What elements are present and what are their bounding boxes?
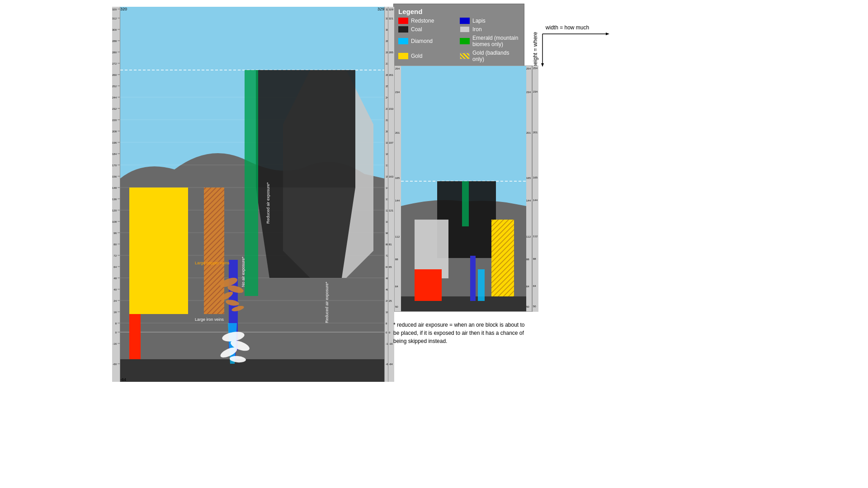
- svg-text:260: 260: [112, 74, 117, 76]
- legend-item-gold-badlands: Gold (badlands only): [460, 50, 519, 62]
- svg-text:144: 144: [395, 199, 400, 202]
- legend-item-diamond: Diamond: [398, 35, 458, 47]
- svg-text:280: 280: [112, 51, 117, 54]
- svg-text:-60: -60: [113, 363, 117, 366]
- svg-text:208: 208: [112, 130, 117, 133]
- top-label: 320: [120, 7, 127, 11]
- svg-text:201: 201: [395, 131, 400, 134]
- svg-text:184: 184: [112, 153, 117, 155]
- svg-text:Large copper veins: Large copper veins: [195, 261, 230, 265]
- top-right-label: 329: [377, 7, 384, 11]
- svg-text:197: 197: [389, 141, 394, 144]
- coal-color: [398, 26, 408, 33]
- svg-marker-121: [256, 188, 355, 278]
- chart-svg: Reduced air exposure* No air exposure* R…: [120, 7, 384, 382]
- svg-text:165: 165: [395, 177, 400, 179]
- svg-marker-126: [204, 188, 224, 314]
- svg-text:234: 234: [526, 91, 531, 94]
- svg-text:48: 48: [113, 277, 117, 280]
- svg-text:312: 312: [112, 17, 117, 20]
- comparison-svg: [401, 66, 526, 312]
- svg-text:300: 300: [112, 28, 117, 31]
- svg-text:272: 272: [112, 62, 117, 65]
- lapis-color: [460, 18, 470, 24]
- svg-text:234: 234: [533, 90, 538, 93]
- svg-text:320: 320: [112, 8, 117, 11]
- svg-text:Large iron veins: Large iron veins: [195, 317, 224, 322]
- svg-text:Reduced air exposure*: Reduced air exposure*: [266, 182, 270, 224]
- svg-text:64: 64: [395, 285, 398, 288]
- comp-ruler-right: 254 234 201 165 144 112 88 64 50: [525, 66, 532, 311]
- gold-color: [398, 53, 408, 59]
- svg-text:201: 201: [533, 131, 538, 134]
- svg-text:196: 196: [112, 141, 117, 144]
- svg-text:64: 64: [526, 285, 529, 288]
- svg-rect-192: [470, 256, 476, 301]
- svg-text:-16: -16: [389, 343, 393, 345]
- emerald-color: [460, 38, 470, 44]
- svg-text:252: 252: [112, 85, 117, 88]
- svg-text:232: 232: [112, 108, 117, 110]
- svg-text:50: 50: [526, 305, 529, 308]
- svg-text:254: 254: [533, 67, 538, 70]
- svg-text:220: 220: [112, 119, 117, 122]
- svg-text:80: 80: [113, 243, 117, 246]
- comparison-chart-area: [401, 66, 526, 312]
- svg-text:254: 254: [395, 67, 400, 70]
- comparison-panel: 254 234 201 165 144 112 88 64 50 254 234…: [394, 66, 532, 312]
- svg-marker-1: [606, 33, 609, 35]
- legend-item-gold: Gold: [398, 50, 458, 62]
- svg-text:height = where: height = where: [532, 32, 538, 67]
- gold-badlands-color: [460, 53, 470, 59]
- coal-label: Coal: [411, 26, 422, 33]
- gold-label: Gold: [411, 53, 422, 59]
- svg-text:233: 233: [389, 108, 394, 110]
- svg-text:136: 136: [112, 198, 117, 201]
- svg-text:88: 88: [526, 258, 529, 261]
- svg-text:50: 50: [533, 305, 536, 308]
- redstone-color: [398, 18, 408, 24]
- svg-text:201: 201: [526, 131, 531, 134]
- svg-text:-64: -64: [389, 363, 393, 366]
- iron-color: [460, 26, 470, 33]
- legend-title: Legend: [398, 8, 519, 15]
- lapis-label: Lapis: [472, 18, 486, 24]
- legend-item-iron: Iron: [460, 26, 519, 33]
- svg-rect-122: [245, 70, 258, 296]
- main-chart-area: 320 329 -64: [120, 7, 384, 382]
- svg-text:288: 288: [112, 40, 117, 42]
- svg-text:Reduced air exposure*: Reduced air exposure*: [325, 282, 329, 323]
- legend-item-redstone: Redstone: [398, 18, 458, 24]
- iron-label: Iron: [472, 26, 482, 33]
- svg-text:108: 108: [112, 221, 117, 223]
- svg-text:88: 88: [533, 258, 536, 260]
- svg-text:81: 81: [389, 243, 392, 246]
- legend-item-emerald: Emerald (mountain biomes only): [460, 35, 519, 47]
- svg-text:40: 40: [113, 288, 117, 291]
- svg-text:65: 65: [389, 266, 392, 268]
- svg-rect-191: [478, 269, 485, 301]
- legend-item-coal: Coal: [398, 26, 458, 33]
- svg-text:72: 72: [113, 254, 117, 257]
- svg-rect-190: [415, 269, 442, 301]
- svg-rect-196: [533, 66, 538, 312]
- svg-text:width = how much: width = how much: [545, 24, 589, 31]
- svg-text:64: 64: [533, 285, 536, 287]
- svg-text:120: 120: [112, 209, 117, 212]
- svg-text:285: 285: [389, 51, 394, 54]
- diamond-label: Diamond: [411, 38, 433, 44]
- svg-text:144: 144: [533, 199, 538, 202]
- svg-rect-189: [491, 220, 514, 296]
- svg-text:329: 329: [389, 8, 394, 11]
- svg-text:165: 165: [526, 177, 531, 179]
- svg-marker-3: [541, 63, 544, 67]
- svg-text:-16: -16: [113, 343, 117, 345]
- svg-rect-105: [120, 359, 384, 382]
- svg-text:163: 163: [389, 175, 394, 178]
- footnote: * reduced air exposure = when an ore blo…: [393, 321, 527, 345]
- svg-text:No air exposure*: No air exposure*: [241, 256, 245, 287]
- diamond-color: [398, 38, 408, 44]
- svg-rect-193: [462, 181, 469, 226]
- svg-text:254: 254: [526, 67, 531, 70]
- svg-text:165: 165: [533, 176, 538, 179]
